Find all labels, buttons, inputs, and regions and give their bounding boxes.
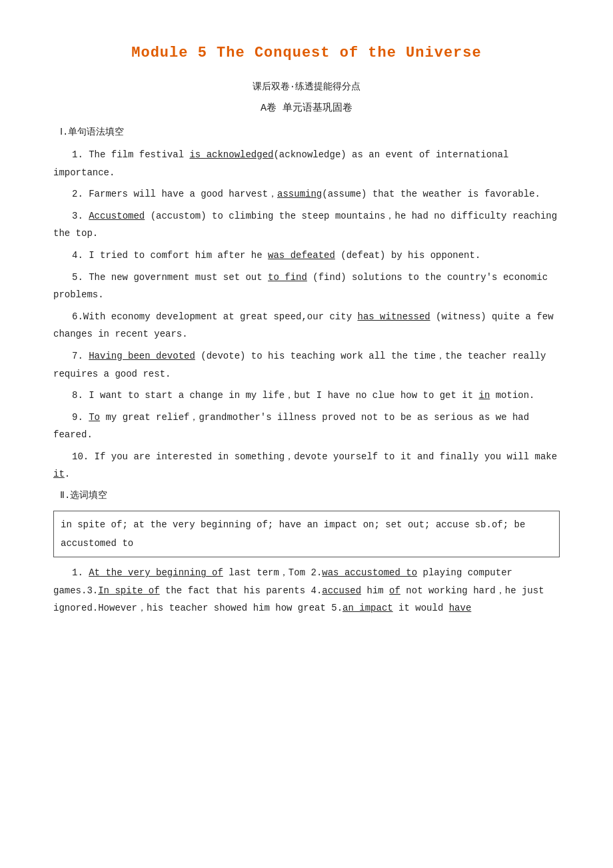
p2-after-1: last term，Tom 2. (223, 567, 322, 578)
sentence-4: 4. I tried to comfort him after he was d… (53, 247, 560, 265)
sentence-6: 6.With economy development at great spee… (53, 308, 560, 343)
page-title: Module 5 The Conquest of the Universe (53, 40, 560, 67)
sentence-7-underline: Having been devoted (89, 351, 195, 361)
sentence-3-underline: Accustomed (89, 211, 145, 221)
sentence-5-num: 5. The new government must set out (72, 272, 268, 283)
sentence-1-underline: is acknowledged (189, 149, 273, 160)
sentence-2-underline: assuming (277, 189, 322, 199)
p2-underline-5: of (389, 585, 400, 596)
sentence-9: 9. To my great relief，grandmother's illn… (53, 409, 560, 444)
p2-underline-4: accused (322, 585, 361, 596)
section-i-label: Ⅰ.单句语法填空 (60, 124, 560, 141)
sentence-10: 10. If you are interested in something，d… (53, 448, 560, 483)
sentence-9-underline: To (89, 412, 100, 423)
sentence-7: 7. Having been devoted (devote) to his t… (53, 347, 560, 383)
p2-1: 1. (72, 567, 89, 578)
sentence-1: 1. The film festival is acknowledged(ack… (53, 146, 560, 181)
sentence-8: 8. I want to start a change in my life，b… (53, 387, 560, 405)
sentence-10-num: 10. If you are interested in something，d… (72, 451, 557, 462)
sentence-1-num: 1. The film festival (72, 149, 189, 160)
sentence-4-num: 4. I tried to comfort him after he (72, 250, 268, 261)
section-a-title: A卷 单元语基巩固卷 (53, 99, 560, 117)
sentence-4-underline: was defeated (268, 250, 335, 261)
section-ii-label: Ⅱ.选词填空 (60, 487, 560, 504)
sentence-2: 2. Farmers will have a good harvest，assu… (53, 185, 560, 203)
sentence-6-num: 6.With economy development at great spee… (72, 311, 357, 322)
sentence-7-num: 7. (72, 351, 89, 361)
sentence-4-after: (defeat) by his opponent. (335, 250, 480, 261)
sentence-5: 5. The new government must set out to fi… (53, 269, 560, 304)
sentence-9-num: 9. (72, 412, 89, 423)
sentence-3-num: 3. (72, 211, 89, 221)
p2-after-4: him (361, 585, 389, 596)
p2-after-3: the fact that his parents 4. (160, 585, 322, 596)
p2-after-6: it would (393, 603, 449, 613)
p2-underline-1: At the very beginning of (89, 567, 223, 578)
sentence-9-after: my great relief，grandmother's illness pr… (53, 412, 529, 441)
sentence-8-after: motion. (490, 390, 534, 401)
vocab-box: in spite of; at the very beginning of; h… (53, 511, 560, 557)
subtitle: 课后双卷·练透提能得分点 (53, 79, 560, 95)
sentence-10-underline: it (53, 469, 65, 479)
p2-underline-7: have (449, 603, 472, 613)
p2-underline-3: In spite of (98, 585, 159, 596)
sentence-6-underline: has witnessed (357, 311, 430, 322)
p2-underline-6: an impact (342, 603, 393, 613)
sentence-5-underline: to find (268, 272, 307, 283)
sentence-8-underline: in (479, 390, 490, 401)
sentence-2-num: 2. Farmers will have a good harvest， (72, 189, 277, 199)
sentence-3: 3. Accustomed (accustom) to climbing the… (53, 207, 560, 243)
paragraph-ii: 1. At the very beginning of last term，To… (53, 564, 560, 617)
sentence-2-after: (assume) that the weather is favorable. (322, 189, 540, 199)
sentence-8-num: 8. I want to start a change in my life，b… (72, 390, 479, 401)
p2-underline-2: was accustomed to (322, 567, 417, 578)
sentence-10-after: . (65, 469, 70, 479)
